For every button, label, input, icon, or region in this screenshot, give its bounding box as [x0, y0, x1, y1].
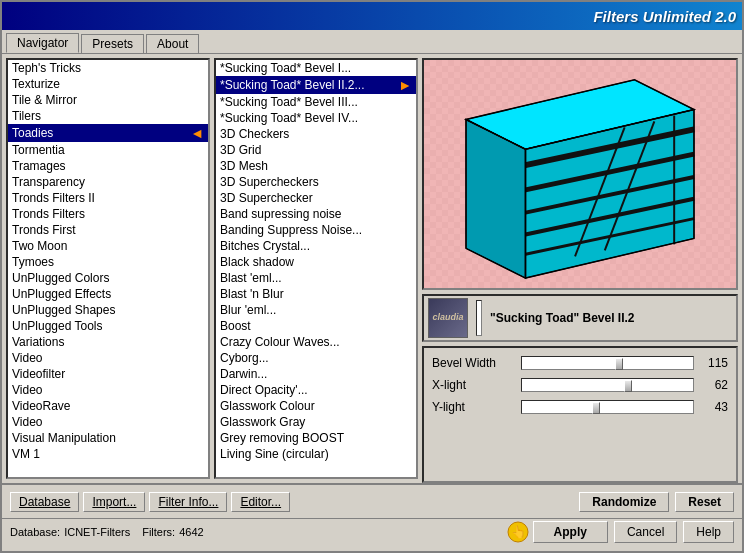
- editor-button[interactable]: Editor...: [231, 492, 290, 512]
- thumbnail-scrollbar: [476, 300, 482, 336]
- list-item[interactable]: Blast 'n Blur: [216, 286, 416, 302]
- slider-track-ylight[interactable]: [521, 400, 694, 414]
- list-item[interactable]: Glasswork Gray: [216, 414, 416, 430]
- list-item-bevel2[interactable]: *Sucking Toad* Bevel II.2... ►: [216, 76, 416, 94]
- list-item-unplugged-effects[interactable]: UnPlugged Effects: [8, 286, 208, 302]
- list-item[interactable]: 3D Grid: [216, 142, 416, 158]
- status-db-label: Database:: [10, 526, 60, 538]
- list-item[interactable]: Tronds Filters: [8, 206, 208, 222]
- list-item[interactable]: Glasswork Colour: [216, 398, 416, 414]
- list-item[interactable]: VideoRave: [8, 398, 208, 414]
- bottom-toolbar: Database Import... Filter Info... Editor…: [2, 483, 742, 518]
- list-item[interactable]: Tramages: [8, 158, 208, 174]
- title-bar: Filters Unlimited 2.0: [2, 2, 742, 30]
- arrow-indicator: ◄: [190, 125, 204, 141]
- list-item[interactable]: Banding Suppress Noise...: [216, 222, 416, 238]
- list-item[interactable]: *Sucking Toad* Bevel IV...: [216, 110, 416, 126]
- list-item[interactable]: Crazy Colour Waves...: [216, 334, 416, 350]
- apply-wrapper: 👆 Apply: [507, 521, 608, 543]
- list-item[interactable]: 3D Mesh: [216, 158, 416, 174]
- list-item[interactable]: Video: [8, 414, 208, 430]
- filter-thumbnail: claudia: [428, 298, 468, 338]
- reset-button[interactable]: Reset: [675, 492, 734, 512]
- list-item[interactable]: Video: [8, 382, 208, 398]
- list-item-transparency[interactable]: Transparency: [8, 174, 208, 190]
- list-item[interactable]: Boost: [216, 318, 416, 334]
- database-button[interactable]: Database: [10, 492, 79, 512]
- slider-row-xlight: X-light 62: [432, 378, 728, 392]
- slider-row-ylight: Y-light 43: [432, 400, 728, 414]
- list-item[interactable]: Blast 'eml...: [216, 270, 416, 286]
- list-item[interactable]: Tormentia: [8, 142, 208, 158]
- slider-value-xlight: 62: [698, 378, 728, 392]
- list-item[interactable]: Black shadow: [216, 254, 416, 270]
- list-item[interactable]: 3D Superchecker: [216, 190, 416, 206]
- tab-navigator[interactable]: Navigator: [6, 33, 79, 53]
- status-filters-value: 4642: [179, 526, 203, 538]
- list-item[interactable]: 3D Checkers: [216, 126, 416, 142]
- list-item[interactable]: Bitches Crystal...: [216, 238, 416, 254]
- list-item[interactable]: Tronds First: [8, 222, 208, 238]
- apply-button[interactable]: Apply: [533, 521, 608, 543]
- slider-thumb-xlight[interactable]: [624, 380, 632, 392]
- tab-presets[interactable]: Presets: [81, 34, 144, 53]
- list-item[interactable]: Band supressing noise: [216, 206, 416, 222]
- list-item[interactable]: Teph's Tricks: [8, 60, 208, 76]
- status-bar: Database: ICNET-Filters Filters: 4642 👆 …: [2, 518, 742, 544]
- tab-about[interactable]: About: [146, 34, 199, 53]
- slider-row-bevel-width: Bevel Width 115: [432, 356, 728, 370]
- sliders-panel: Bevel Width 115 X-light 62 Y-light: [422, 346, 738, 483]
- right-panel: claudia "Sucking Toad" Bevel II.2 Bevel …: [422, 54, 742, 483]
- list-item[interactable]: Cyborg...: [216, 350, 416, 366]
- cancel-button[interactable]: Cancel: [614, 521, 677, 543]
- list-item[interactable]: Videofilter: [8, 366, 208, 382]
- svg-text:👆: 👆: [510, 524, 525, 539]
- list-item[interactable]: Tymoes: [8, 254, 208, 270]
- list-item[interactable]: *Sucking Toad* Bevel I...: [216, 60, 416, 76]
- slider-track-bevel-width[interactable]: [521, 356, 694, 370]
- import-button[interactable]: Import...: [83, 492, 145, 512]
- list-item[interactable]: Texturize: [8, 76, 208, 92]
- filter-list: *Sucking Toad* Bevel I... *Sucking Toad*…: [214, 58, 418, 479]
- filter-display-name: "Sucking Toad" Bevel II.2: [490, 311, 732, 325]
- help-button[interactable]: Help: [683, 521, 734, 543]
- list-item-unplugged-colors[interactable]: UnPlugged Colors: [8, 270, 208, 286]
- list-item[interactable]: Tilers: [8, 108, 208, 124]
- slider-track-xlight[interactable]: [521, 378, 694, 392]
- filter-info-bar: claudia "Sucking Toad" Bevel II.2: [422, 294, 738, 342]
- preview-area: [422, 58, 738, 290]
- list-item[interactable]: Living Sine (circular): [216, 446, 416, 462]
- list-item[interactable]: Two Moon: [8, 238, 208, 254]
- list-item-unplugged-tools[interactable]: UnPlugged Tools: [8, 318, 208, 334]
- filter-info-button[interactable]: Filter Info...: [149, 492, 227, 512]
- status-filters-label: Filters:: [142, 526, 175, 538]
- preview-image: [424, 60, 736, 288]
- randomize-button[interactable]: Randomize: [579, 492, 669, 512]
- category-list-items: Teph's Tricks Texturize Tile & Mirror Ti…: [8, 60, 208, 477]
- list-item-toadies[interactable]: Toadies ◄: [8, 124, 208, 142]
- slider-thumb-bevel-width[interactable]: [615, 358, 623, 370]
- slider-value-bevel-width: 115: [698, 356, 728, 370]
- list-item[interactable]: *Sucking Toad* Bevel III...: [216, 94, 416, 110]
- filter-list-items: *Sucking Toad* Bevel I... *Sucking Toad*…: [216, 60, 416, 477]
- slider-label-ylight: Y-light: [432, 400, 517, 414]
- list-item[interactable]: Variations: [8, 334, 208, 350]
- list-item[interactable]: Darwin...: [216, 366, 416, 382]
- tab-bar: Navigator Presets About: [2, 30, 742, 54]
- list-item[interactable]: 3D Supercheckers: [216, 174, 416, 190]
- list-item-grey-removing[interactable]: Grey removing BOOST: [216, 430, 416, 446]
- app-title: Filters Unlimited 2.0: [593, 8, 736, 25]
- list-item[interactable]: VM 1: [8, 446, 208, 462]
- slider-label-xlight: X-light: [432, 378, 517, 392]
- status-db-value: ICNET-Filters: [64, 526, 130, 538]
- list-item-unplugged-shapes[interactable]: UnPlugged Shapes: [8, 302, 208, 318]
- list-item[interactable]: Direct Opacity'...: [216, 382, 416, 398]
- slider-value-ylight: 43: [698, 400, 728, 414]
- list-item[interactable]: Video: [8, 350, 208, 366]
- slider-label-bevel-width: Bevel Width: [432, 356, 517, 370]
- list-item[interactable]: Visual Manipulation: [8, 430, 208, 446]
- slider-thumb-ylight[interactable]: [592, 402, 600, 414]
- list-item[interactable]: Tronds Filters II: [8, 190, 208, 206]
- list-item[interactable]: Tile & Mirror: [8, 92, 208, 108]
- list-item[interactable]: Blur 'eml...: [216, 302, 416, 318]
